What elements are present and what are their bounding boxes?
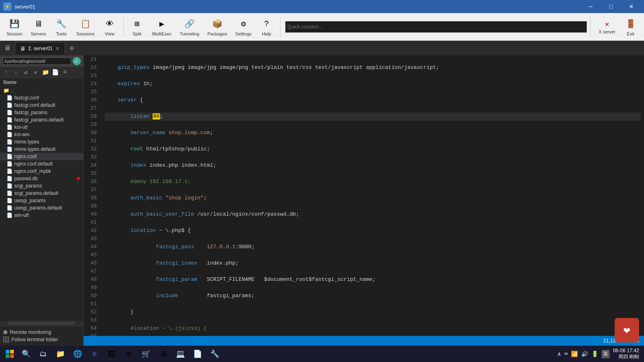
- code-view[interactable]: 21 22 23 24 25 26 27 28 29 30 31 32 33 3…: [84, 55, 644, 336]
- toolbar-servers[interactable]: 🖥 Servers: [27, 16, 49, 38]
- sidebar-folder-button[interactable]: 📁: [41, 68, 50, 77]
- file-icon-5: 📄: [7, 124, 13, 130]
- tab-close-icon[interactable]: ✕: [55, 45, 60, 52]
- taskbar-extra[interactable]: 🔧: [207, 346, 223, 362]
- code-line-35: include fastcgi_params;: [105, 292, 641, 300]
- svg-rect-2: [6, 354, 9, 358]
- toolbar-tunneling[interactable]: 🔗 Tunneling: [176, 16, 202, 38]
- settings-icon: ⚙: [237, 18, 250, 31]
- help-label: Help: [262, 31, 271, 36]
- toolbar-exit[interactable]: 🚪 Exit: [620, 16, 641, 38]
- file-item-fastcgi-params-default[interactable]: 📄 fastcgi_params.default: [0, 116, 83, 124]
- help-icon: ?: [260, 18, 273, 31]
- taskbar-store[interactable]: 🛒: [138, 346, 154, 362]
- sidebar-path-go-button[interactable]: ✓: [73, 57, 81, 65]
- tray-battery[interactable]: 🔋: [591, 351, 598, 358]
- passwd-red-dot: [77, 177, 80, 180]
- tray-keyboard[interactable]: ⌨: [564, 351, 568, 358]
- code-lines[interactable]: gzip_types image/jpeg image/jpg image/pn…: [102, 55, 644, 336]
- sidebar-file-button[interactable]: 📄: [51, 68, 60, 77]
- taskbar-chrome[interactable]: ⚙: [121, 346, 137, 362]
- tray-chevron[interactable]: ∧: [557, 351, 561, 358]
- taskbar-search[interactable]: 🔍: [18, 346, 34, 362]
- toolbar-tools[interactable]: 🔧 Tools: [51, 16, 71, 38]
- tab-add-button[interactable]: ⊕: [66, 42, 78, 54]
- close-button[interactable]: ✕: [622, 0, 641, 13]
- taskbar-edge[interactable]: 🌐: [69, 346, 86, 362]
- taskbar-task-view[interactable]: 🗂: [35, 346, 51, 362]
- toolbar-session[interactable]: 💾 Session: [3, 16, 26, 38]
- taskbar-explorer[interactable]: 📁: [52, 346, 69, 362]
- sidebar-file-list: 📁 .. 📄 fastcgi.conf 📄 fastcgi.conf.defau…: [0, 87, 83, 321]
- minimize-button[interactable]: ─: [581, 0, 600, 13]
- file-item-uwsgi-params[interactable]: 📄 uwsgi_params: [0, 197, 83, 204]
- file-icon-13: 📄: [7, 183, 13, 189]
- sidebar-delete-button[interactable]: ✕: [31, 68, 40, 77]
- file-icon-6: 📄: [7, 132, 13, 137]
- tray-network[interactable]: 📶: [571, 351, 578, 358]
- taskbar-terminal[interactable]: 🖥: [155, 346, 171, 362]
- sidebar-more-button[interactable]: ≡: [60, 68, 69, 77]
- tab-back-icon[interactable]: 🖥: [2, 42, 13, 54]
- file-item-koi-utf[interactable]: 📄 koi-utf: [0, 124, 83, 131]
- code-line-32: fastcgi_pass 127.0.0.1:9000;: [105, 243, 641, 251]
- tray-cn-input[interactable]: 英: [602, 350, 610, 358]
- sidebar-up-button[interactable]: ↑: [2, 68, 11, 77]
- file-item-uwsgi-params-default[interactable]: 📄 uwsgi_params.default: [0, 204, 83, 212]
- file-item-scgi-params[interactable]: 📄 scgi_params: [0, 182, 83, 190]
- file-icon-12: 📄: [7, 176, 13, 181]
- xserver-button[interactable]: ✕ X server: [595, 18, 619, 36]
- sidebar-hscroll-thumb[interactable]: [8, 322, 75, 325]
- tunneling-label: Tunneling: [180, 31, 199, 36]
- file-item-fastcgi-conf-default[interactable]: 📄 fastcgi.conf.default: [0, 102, 83, 109]
- file-item-fastcgi-params[interactable]: 📄 fastcgi_params: [0, 109, 83, 116]
- file-item-scgi-params-default[interactable]: 📄 scgi_params.default: [0, 190, 83, 197]
- file-item-win-utf[interactable]: 📄 win-utf: [0, 212, 83, 219]
- servers-icon: 🖥: [32, 18, 45, 31]
- follow-terminal-checkbox[interactable]: [3, 337, 9, 342]
- toolbar-separator-2: [280, 17, 280, 37]
- system-tray: ∧ ⌨ 📶 🔊 🔋 英 06-06 17:42 周四 刚刚: [557, 348, 642, 360]
- code-line-27: index index.php index.html;: [105, 161, 641, 170]
- taskbar-cmd[interactable]: 💻: [172, 346, 189, 362]
- sessions-label: Sessions: [76, 31, 95, 36]
- tab-bar: 🖥 🖥 2. server01 ✕ ⊕: [0, 41, 644, 55]
- file-item-mime-types[interactable]: 📄 mime.types: [0, 138, 83, 146]
- taskbar-pdf[interactable]: 📄: [189, 346, 206, 362]
- sessions-icon: 📋: [79, 18, 92, 31]
- sidebar-download-button[interactable]: ↓: [11, 68, 20, 77]
- code-line-23: server {: [105, 96, 641, 104]
- code-line-25: server_name shop.lnmp.com;: [105, 129, 641, 137]
- toolbar-separator-1: [123, 17, 124, 37]
- start-button[interactable]: [2, 346, 18, 362]
- split-icon: ⊞: [131, 18, 144, 31]
- toolbar-help[interactable]: ? Help: [256, 16, 277, 38]
- tab-server01[interactable]: 🖥 2. server01 ✕: [15, 42, 65, 54]
- sidebar-header: Name: [0, 78, 83, 87]
- maximize-button[interactable]: □: [602, 0, 620, 13]
- quick-connect-input[interactable]: [285, 21, 587, 33]
- taskbar-photos[interactable]: 🖼: [104, 346, 120, 362]
- sidebar-refresh-button[interactable]: ↺: [21, 68, 30, 77]
- file-item-parent[interactable]: 📁 ..: [0, 87, 83, 94]
- code-line-26: root html/tp5shop/public;: [105, 145, 641, 153]
- toolbar-view[interactable]: 👁 View: [100, 16, 120, 38]
- file-item-nginx-conf-mybk[interactable]: 📄 nginx.conf_mybk: [0, 168, 83, 175]
- toolbar-packages[interactable]: 📦 Packages: [204, 16, 230, 38]
- tray-volume[interactable]: 🔊: [581, 351, 588, 358]
- file-icon-8: 📄: [7, 146, 13, 152]
- file-item-koi-win[interactable]: 📄 koi-win: [0, 131, 83, 138]
- file-item-fastcgi-conf[interactable]: 📄 fastcgi.conf: [0, 94, 83, 102]
- toolbar-split[interactable]: ⊞ Split: [127, 16, 147, 38]
- toolbar-multiexec[interactable]: ▶ MultiExec: [149, 16, 175, 38]
- toolbar-sessions[interactable]: 📋 Sessions: [73, 16, 98, 38]
- file-item-passwd-db[interactable]: 📄 passwd.db: [0, 175, 83, 182]
- toolbar-settings[interactable]: ⚙ Settings: [232, 16, 255, 38]
- taskbar-ie[interactable]: e: [87, 346, 103, 362]
- file-item-nginx-conf[interactable]: 📄 nginx.conf: [0, 153, 83, 160]
- file-item-nginx-conf-default[interactable]: 📄 nginx.conf.default: [0, 160, 83, 168]
- follow-terminal-item[interactable]: Follow terminal folder: [3, 336, 80, 343]
- file-item-mime-types-default[interactable]: 📄 mime.types.default: [0, 146, 83, 153]
- sidebar-path-input[interactable]: [2, 57, 71, 65]
- toolbar-separator-3: [590, 17, 591, 37]
